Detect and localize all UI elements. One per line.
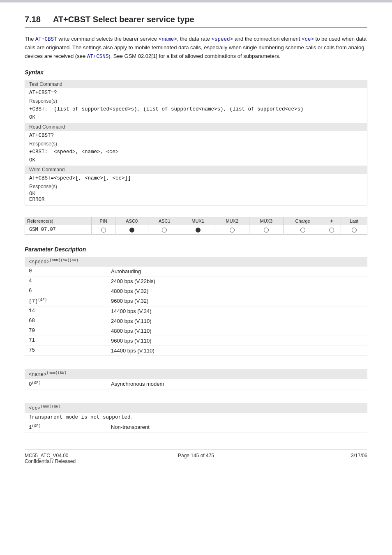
test-ok-row: OK	[25, 114, 367, 123]
ref-header-row: Reference(s) PIN ASC0 ASC1 MUX1 MUX2 MUX…	[25, 217, 367, 225]
syntax-subtitle: Syntax	[25, 69, 367, 76]
ref-col-charge: Charge	[284, 217, 322, 225]
reference-table: Reference(s) PIN ASC0 ASC1 MUX1 MUX2 MUX…	[25, 217, 367, 235]
ref-pin-val	[91, 225, 115, 235]
footer-date: 3/17/06	[351, 453, 367, 458]
section-number: 7.18	[25, 15, 41, 24]
speed-row-75: 75 14400 bps (V.110)	[25, 345, 367, 355]
speed-desc-4: 2400 bps (V.22bis)	[107, 276, 367, 286]
ref-col-asc0: ASC0	[115, 217, 148, 225]
section-heading: AT+CBST Select bearer service type	[53, 15, 194, 24]
ref-gsm: GSM 07.07	[25, 225, 92, 235]
speed-desc-7: 9600 bps (V.32)	[107, 296, 367, 306]
speed-val-71: 71	[25, 336, 107, 345]
test-command-code: AT+CBST=?	[25, 88, 367, 97]
test-response-text-row: +CBST: (list of supported<speed>s), (lis…	[25, 105, 367, 114]
footer-page: Page 145 of 475	[178, 453, 214, 458]
ref-col-mux1: MUX1	[181, 217, 215, 225]
speed-row-71: 71 9600 bps (V.110)	[25, 336, 367, 345]
name-param-table: <name>(num)(&W) 0(&F) Asynchronous modem	[25, 369, 367, 389]
ref-col-ref: Reference(s)	[25, 217, 92, 225]
intro-paragraph: The AT+CBST write command selects the be…	[25, 35, 367, 61]
ce-transparent-text: Transparent mode is not supported.	[25, 413, 367, 422]
speed-val-70: 70	[25, 326, 107, 336]
footer-right: 3/17/06	[253, 453, 367, 464]
read-response-text-row: +CBST: <speed>, <name>, <ce>	[25, 147, 367, 157]
read-response-text: +CBST: <speed>, <name>, <ce>	[25, 147, 367, 157]
speed-val-4: 4	[25, 276, 107, 286]
read-ok-row: OK	[25, 157, 367, 166]
syntax-table: Test Command AT+CBST=? Response(s) +CBST…	[25, 80, 367, 205]
speed-param-table: <speed>(num)(&W)(&V) 0 Autobauding 4 240…	[25, 257, 367, 356]
speed-desc-70: 4800 bps (V.110)	[107, 326, 367, 336]
ce-val-1: 1(&F)	[25, 422, 107, 433]
read-response-label-row: Response(s)	[25, 140, 367, 147]
speed-row-6: 6 4800 bps (V.32)	[25, 286, 367, 296]
speed-desc-0: Autobauding	[107, 267, 367, 276]
ref-col-mux3: MUX3	[249, 217, 283, 225]
ref-col-special: ☀	[322, 217, 341, 225]
read-command-code-text: AT+CBST?	[25, 131, 367, 140]
read-ok-text: OK	[25, 157, 367, 166]
footer-center: Page 145 of 475	[139, 453, 253, 464]
speed-row-70: 70 4800 bps (V.110)	[25, 326, 367, 336]
footer-left: MC55_ATC_V04.00 Confidential / Released	[25, 453, 139, 464]
ref-col-mux2: MUX2	[215, 217, 249, 225]
speed-val-7: [7](&F)	[25, 296, 107, 306]
circle-filled-mux1	[196, 228, 201, 233]
name-header-cell: <name>(num)(&W)	[25, 369, 367, 379]
speed-val-14: 14	[25, 306, 107, 316]
speed-desc-14: 14400 bps (V.34)	[107, 306, 367, 316]
ref-col-last: Last	[341, 217, 367, 225]
param-description-subtitle: Parameter Description	[25, 246, 367, 253]
speed-row-7: [7](&F) 9600 bps (V.32)	[25, 296, 367, 306]
speed-header-row: <speed>(num)(&W)(&V)	[25, 257, 367, 267]
param-speed-ref: <speed>	[212, 37, 233, 42]
speed-desc-68: 2400 bps (V.110)	[107, 316, 367, 326]
circle-empty-charge	[300, 228, 305, 233]
ce-row-transparent: Transparent mode is not supported.	[25, 413, 367, 422]
test-command-header: Test Command	[25, 80, 367, 88]
write-response-label-row: Response(s)	[25, 183, 367, 190]
read-response-label: Response(s)	[25, 140, 367, 147]
read-command-header: Read Command	[25, 123, 367, 131]
speed-desc-6: 4800 bps (V.32)	[107, 286, 367, 296]
speed-header-cell: <speed>(num)(&W)(&V)	[25, 257, 367, 267]
read-command-label: Read Command	[25, 123, 367, 131]
name-header-row: <name>(num)(&W)	[25, 369, 367, 379]
ref-last-val	[341, 225, 367, 235]
write-response-label: Response(s)	[25, 183, 367, 190]
write-command-label: Write Command	[25, 166, 367, 174]
ref-data-row: GSM 07.07	[25, 225, 367, 235]
write-command-code: AT+CBST=<speed>[, <name>[, <ce>]]	[25, 174, 367, 183]
ce-header-cell: <ce>(num)(&W)	[25, 403, 367, 413]
test-response-label-row: Response(s)	[25, 97, 367, 105]
circle-empty-asc1	[162, 228, 167, 233]
write-command-header: Write Command	[25, 166, 367, 174]
section-title: 7.18 AT+CBST Select bearer service type	[25, 15, 367, 28]
cmd-at-cbst: AT+CBST	[35, 37, 57, 42]
ce-row-1: 1(&F) Non-transparent	[25, 422, 367, 433]
param-name-ref: <name>	[159, 37, 177, 42]
speed-row-4: 4 2400 bps (V.22bis)	[25, 276, 367, 286]
read-command-code: AT+CBST?	[25, 131, 367, 140]
write-ok-text: OKERROR	[25, 190, 367, 205]
speed-desc-71: 9600 bps (V.110)	[107, 336, 367, 345]
param-ce-ref: <ce>	[302, 37, 314, 42]
ref-mux2-val	[215, 225, 249, 235]
speed-val-6: 6	[25, 286, 107, 296]
circle-filled-asc0	[129, 228, 134, 233]
circle-empty-last	[352, 228, 357, 233]
test-command-code-text: AT+CBST=?	[25, 88, 367, 97]
speed-val-68: 68	[25, 316, 107, 326]
write-ok-row: OKERROR	[25, 190, 367, 205]
speed-row-68: 68 2400 bps (V.110)	[25, 316, 367, 326]
circle-empty-mux2	[230, 228, 235, 233]
ref-special-val	[322, 225, 341, 235]
test-response-text: +CBST: (list of supported<speed>s), (lis…	[25, 105, 367, 114]
ce-param-table: <ce>(num)(&W) Transparent mode is not su…	[25, 403, 367, 433]
speed-val-75: 75	[25, 345, 107, 355]
cmd-at-csns: AT+CSNS	[87, 54, 109, 60]
ref-col-asc1: ASC1	[148, 217, 181, 225]
ref-charge-val	[284, 225, 322, 235]
